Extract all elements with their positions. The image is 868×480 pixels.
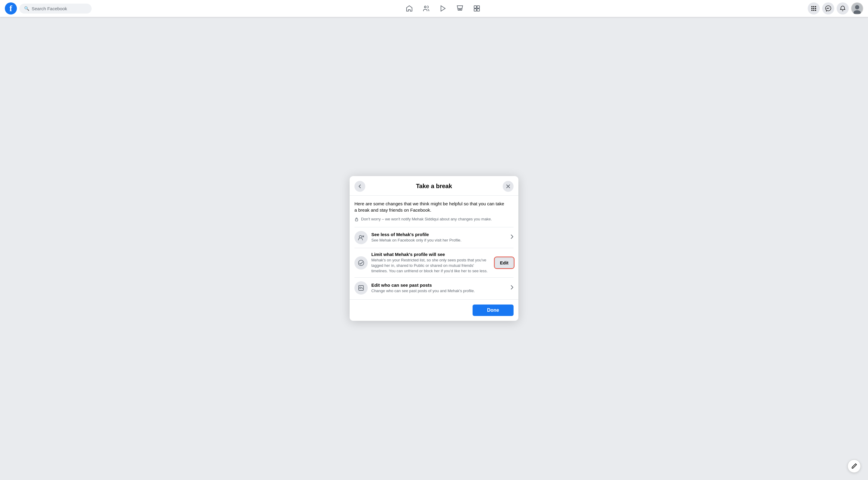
grid-icon [811,6,816,11]
see-less-subtitle: See Mehak on Facebook only if you visit … [371,238,507,243]
svg-point-12 [815,8,816,9]
svg-point-13 [811,10,812,11]
search-icon: 🔍 [24,6,29,11]
messenger-icon [825,5,831,11]
navbar-center [101,1,785,16]
modal-overlay: Take a break Here are some changes that … [0,17,868,480]
svg-rect-6 [477,9,479,11]
home-icon [406,5,413,12]
svg-point-8 [813,6,814,7]
svg-point-15 [815,10,816,11]
main-area: Take a break Here are some changes that … [0,17,868,480]
svg-marker-1 [441,6,445,11]
close-icon [506,184,510,189]
privacy-note-text: Don't worry – we won't notify Mehak Sidd… [361,217,492,221]
edit-button[interactable]: Edit [495,258,514,268]
see-less-item[interactable]: See less of Mehak's profile See Mehak on… [354,227,514,248]
svg-point-7 [811,6,812,7]
navbar: f 🔍 Search Facebook [0,0,868,17]
past-posts-title: Edit who can see past posts [371,282,507,288]
svg-point-14 [813,10,814,11]
svg-rect-4 [477,6,479,8]
past-posts-item[interactable]: Edit who can see past posts Change who c… [354,277,514,298]
modal-description: Here are some changes that we think migh… [354,201,514,213]
back-button[interactable] [354,181,365,192]
past-posts-icon [354,281,368,295]
see-less-icon [354,231,368,244]
facebook-logo[interactable]: f [5,2,17,14]
take-a-break-modal: Take a break Here are some changes that … [350,176,518,321]
compose-icon [851,463,858,470]
see-less-chevron [510,234,514,241]
watch-icon [439,5,447,12]
modal-list: See less of Mehak's profile See Mehak on… [354,227,514,299]
marketplace-icon [456,5,464,12]
past-posts-subtitle: Change who can see past posts of you and… [371,288,507,294]
svg-rect-3 [474,6,476,8]
notifications-button[interactable] [837,2,849,14]
bell-icon [840,5,846,11]
svg-point-0 [424,6,426,8]
nav-friends-button[interactable] [419,1,433,16]
svg-point-20 [359,236,362,238]
svg-point-11 [813,8,814,9]
svg-rect-5 [474,9,476,11]
lock-icon [354,217,359,222]
limit-profile-icon [354,256,368,270]
messenger-button[interactable] [822,2,834,14]
groups-icon [473,5,480,12]
navbar-right [785,2,863,14]
modal-header: Take a break [350,176,518,196]
svg-point-17 [855,5,859,9]
modal-body: Here are some changes that we think migh… [350,196,518,299]
search-bar[interactable]: 🔍 Search Facebook [19,4,92,13]
search-placeholder: Search Facebook [32,6,67,11]
compose-button[interactable] [847,459,861,473]
grid-menu-button[interactable] [808,2,820,14]
close-button[interactable] [503,181,514,192]
nav-marketplace-button[interactable] [453,1,467,16]
limit-profile-text: Limit what Mehak's profile will see Meha… [371,252,491,274]
user-avatar[interactable] [851,2,863,14]
see-less-title: See less of Mehak's profile [371,232,507,237]
modal-footer: Done [350,299,518,321]
avatar-icon [852,3,863,14]
limit-profile-title: Limit what Mehak's profile will see [371,252,491,257]
svg-point-9 [815,6,816,7]
privacy-note: Don't worry – we won't notify Mehak Sidd… [354,217,514,222]
back-arrow-icon [358,184,362,189]
svg-rect-2 [459,9,461,10]
svg-point-23 [358,260,364,266]
limit-profile-item[interactable]: Limit what Mehak's profile will see Meha… [354,248,514,278]
limit-profile-subtitle: Mehak's on your Restricted list, so she … [371,258,491,274]
past-posts-chevron [510,285,514,291]
done-button[interactable]: Done [472,304,514,316]
svg-point-25 [360,287,361,288]
friends-icon [423,5,430,12]
nav-groups-button[interactable] [470,1,484,16]
see-less-text: See less of Mehak's profile See Mehak on… [371,232,507,243]
nav-home-button[interactable] [402,1,416,16]
svg-point-10 [811,8,812,9]
past-posts-text: Edit who can see past posts Change who c… [371,282,507,294]
navbar-left: f 🔍 Search Facebook [5,2,101,14]
svg-rect-19 [355,219,358,221]
modal-title: Take a break [365,183,503,190]
nav-watch-button[interactable] [436,1,450,16]
